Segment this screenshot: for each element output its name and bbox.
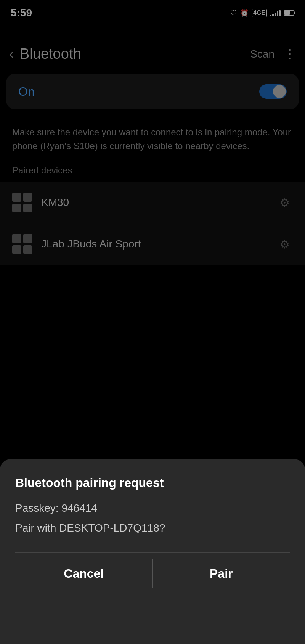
dialog-pair-with: Pair with DESKTOP-LD7Q118?	[15, 522, 290, 534]
dialog-title: Bluetooth pairing request	[15, 476, 290, 490]
pair-button[interactable]: Pair	[153, 553, 290, 594]
dialog-overlay: Bluetooth pairing request Passkey: 94641…	[0, 0, 305, 644]
bluetooth-pairing-dialog: Bluetooth pairing request Passkey: 94641…	[0, 459, 305, 644]
dialog-actions: Cancel Pair	[15, 552, 290, 594]
dialog-passkey: Passkey: 946414	[15, 502, 290, 514]
dialog-bottom-spacer	[15, 594, 290, 636]
cancel-button[interactable]: Cancel	[15, 553, 152, 594]
